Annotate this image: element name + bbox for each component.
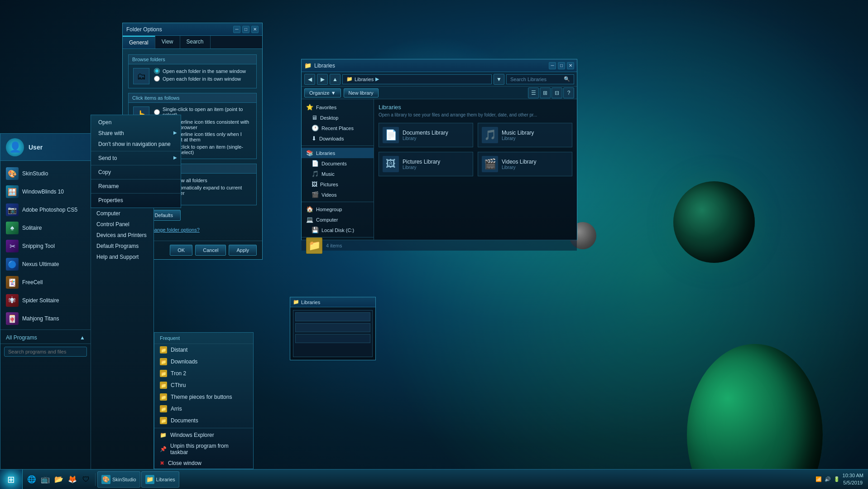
library-item-pictures[interactable]: 🖼 Pictures Library Library bbox=[379, 152, 473, 176]
start-right-control-panel[interactable]: Control Panel bbox=[91, 219, 153, 230]
start-item-spider-solitaire[interactable]: 🕷 Spider Solitaire bbox=[0, 291, 91, 310]
sidebar-item-pictures[interactable]: 🖼 Pictures bbox=[302, 179, 374, 189]
explorer-forward-button[interactable]: ▶ bbox=[317, 74, 328, 85]
ql-icon-explorer[interactable]: 📂 bbox=[53, 473, 65, 486]
frequent-action-windows-explorer[interactable]: 📁 Windows Explorer bbox=[154, 430, 253, 441]
ql-icon-firefox[interactable]: 🦊 bbox=[66, 473, 79, 486]
explorer-maximize-button[interactable]: □ bbox=[558, 62, 565, 69]
sidebar-item-local-disk[interactable]: 💾 Local Disk (C:) bbox=[302, 225, 374, 235]
explorer-up-button[interactable]: ▲ bbox=[330, 74, 340, 85]
context-item-dont-show[interactable]: Don't show in navigation pane bbox=[91, 139, 181, 150]
dialog-minimize-button[interactable]: ─ bbox=[233, 26, 240, 33]
sidebar-item-recent-places[interactable]: 🕐 Recent Places bbox=[302, 123, 374, 133]
ql-icon-shield[interactable]: 🛡 bbox=[80, 473, 92, 486]
explorer-view-toggle-1[interactable]: ☰ bbox=[528, 87, 539, 98]
library-item-documents[interactable]: 📄 Documents Library Library bbox=[379, 123, 473, 147]
library-item-videos[interactable]: 🎬 Videos Library Library bbox=[478, 152, 572, 176]
start-item-mahjong[interactable]: 🀄 Mahjong Titans bbox=[0, 310, 91, 328]
frequent-action-close[interactable]: ✖ Close window bbox=[154, 458, 253, 469]
new-library-button[interactable]: New library bbox=[344, 88, 379, 97]
context-item-share-with[interactable]: Share with bbox=[91, 128, 181, 139]
tab-view[interactable]: View bbox=[155, 36, 180, 48]
browse-own-window-radio[interactable] bbox=[154, 76, 160, 82]
frequent-item-distant[interactable]: 📁 Distant bbox=[154, 344, 253, 356]
sidebar-item-libraries[interactable]: 📚 Libraries bbox=[302, 148, 374, 158]
ok-button[interactable]: OK bbox=[170, 245, 192, 256]
organize-button[interactable]: Organize ▼ bbox=[304, 88, 341, 97]
sidebar-item-homegroup[interactable]: 🏠 Homegroup bbox=[302, 204, 374, 214]
explorer-view-toggle-3[interactable]: ⊟ bbox=[551, 87, 562, 98]
frequent-folder-icon-7: 📁 bbox=[160, 417, 167, 424]
sidebar-item-favorites[interactable]: ⭐ Favorites bbox=[302, 102, 374, 112]
frequent-item-arris[interactable]: 📁 Arris bbox=[154, 403, 253, 415]
start-item-freecell[interactable]: 🃏 FreeCell bbox=[0, 273, 91, 291]
ql-icon-internet[interactable]: 🌐 bbox=[25, 473, 38, 486]
start-right-computer[interactable]: Computer bbox=[91, 208, 153, 219]
photoshop-icon: 📷 bbox=[6, 203, 19, 216]
start-item-solitaire[interactable]: ♠ Solitaire bbox=[0, 219, 91, 237]
cancel-button[interactable]: Cancel bbox=[195, 245, 226, 256]
lib-thumb-row-2 bbox=[295, 323, 370, 332]
browse-own-window-option[interactable]: Open each folder in its own window bbox=[154, 76, 246, 82]
frequent-item-cthru[interactable]: 📁 CThru bbox=[154, 379, 253, 391]
sidebar-item-downloads[interactable]: ⬇ Downloads bbox=[302, 133, 374, 144]
libraries-thumbnail-window[interactable]: 📁 Libraries bbox=[290, 297, 376, 360]
local-disk-icon: 💾 bbox=[312, 227, 319, 233]
taskbar-item-skinstudio[interactable]: 🎨 SkinStudio bbox=[97, 471, 140, 488]
explorer-view-toggle-2[interactable]: ⊞ bbox=[540, 87, 551, 98]
explorer-path-bar[interactable]: 📁 Libraries ▶ bbox=[342, 74, 492, 84]
sidebar-item-desktop[interactable]: 🖥 Desktop bbox=[302, 112, 374, 123]
context-item-properties[interactable]: Properties bbox=[91, 195, 181, 206]
dialog-tabs: General View Search bbox=[123, 36, 262, 49]
tab-general[interactable]: General bbox=[123, 36, 155, 48]
taskbar-item-libraries[interactable]: 📁 Libraries bbox=[141, 471, 179, 488]
frequent-item-tron2[interactable]: 📁 Tron 2 bbox=[154, 368, 253, 379]
start-item-skinstudio[interactable]: 🎨 SkinStudio bbox=[0, 165, 91, 183]
frequent-item-downloads[interactable]: 📁 Downloads bbox=[154, 356, 253, 368]
apply-button[interactable]: Apply bbox=[229, 245, 257, 256]
single-click-radio[interactable] bbox=[154, 109, 160, 115]
skinstudio-icon: 🎨 bbox=[6, 167, 19, 180]
context-item-rename[interactable]: Rename bbox=[91, 181, 181, 192]
tab-search[interactable]: Search bbox=[180, 36, 211, 48]
frequent-item-documents[interactable]: 📁 Documents bbox=[154, 415, 253, 426]
start-right-default-programs[interactable]: Default Programs bbox=[91, 241, 153, 252]
windows-explorer-taskbar-icon: 📁 bbox=[160, 432, 167, 438]
start-item-nexus[interactable]: 🔵 Nexus Ultimate bbox=[0, 255, 91, 273]
explorer-back-button[interactable]: ◀ bbox=[304, 74, 315, 85]
taskbar-clock[interactable]: 10:30 AM 5/5/2019 bbox=[843, 472, 863, 486]
start-item-photoshop[interactable]: 📷 Adobe Photoshop CS5 bbox=[0, 201, 91, 219]
frequent-item-theme-pieces[interactable]: 📁 Theme pieces for buttons bbox=[154, 391, 253, 403]
library-item-music[interactable]: 🎵 Music Library Library bbox=[478, 123, 572, 147]
ql-icon-media[interactable]: 📺 bbox=[39, 473, 52, 486]
documents-context-menu: Open Share with Don't show in navigation… bbox=[91, 115, 181, 208]
context-item-open[interactable]: Open bbox=[91, 117, 181, 128]
explorer-close-button[interactable]: ✕ bbox=[567, 62, 574, 69]
start-item-windowblinds[interactable]: 🪟 WindowBlinds 10 bbox=[0, 183, 91, 201]
lib-thumb-icon: 📁 bbox=[293, 299, 299, 305]
browse-same-window-radio[interactable] bbox=[154, 68, 160, 74]
sidebar-item-videos[interactable]: 🎬 Videos bbox=[302, 189, 374, 200]
sidebar-item-documents[interactable]: 📄 Documents bbox=[302, 158, 374, 169]
context-item-send-to[interactable]: Send to bbox=[91, 153, 181, 164]
explorer-minimize-button[interactable]: ─ bbox=[549, 62, 556, 69]
explorer-help-button[interactable]: ? bbox=[563, 87, 574, 98]
start-button[interactable] bbox=[0, 470, 23, 489]
sidebar-item-computer[interactable]: 💻 Computer bbox=[302, 214, 374, 225]
frequent-action-unpin[interactable]: 📌 Unpin this program from taskbar bbox=[154, 441, 253, 458]
explorer-dropdown-button[interactable]: ▼ bbox=[494, 74, 504, 85]
context-item-copy[interactable]: Copy bbox=[91, 167, 181, 178]
browse-same-window-option[interactable]: Open each folder in the same window bbox=[154, 68, 246, 74]
explorer-search-bar[interactable]: Search Libraries 🔍 bbox=[506, 74, 574, 84]
start-search-input[interactable] bbox=[4, 347, 87, 357]
dialog-close-button[interactable]: ✕ bbox=[251, 26, 259, 33]
start-right-help[interactable]: Help and Support bbox=[91, 252, 153, 262]
start-right-devices-printers[interactable]: Devices and Printers bbox=[91, 230, 153, 241]
start-item-snipping[interactable]: ✂ Snipping Tool bbox=[0, 237, 91, 255]
music-sidebar-icon: 🎵 bbox=[312, 170, 319, 177]
sidebar-item-music[interactable]: 🎵 Music bbox=[302, 169, 374, 179]
dialog-maximize-button[interactable]: □ bbox=[242, 26, 249, 33]
frequent-folder-icon-4: 📁 bbox=[160, 382, 167, 389]
all-programs-button[interactable]: All Programs ▲ bbox=[0, 332, 91, 344]
browse-folders-section: Browse folders 🗂 Open each folder in the… bbox=[128, 54, 257, 88]
